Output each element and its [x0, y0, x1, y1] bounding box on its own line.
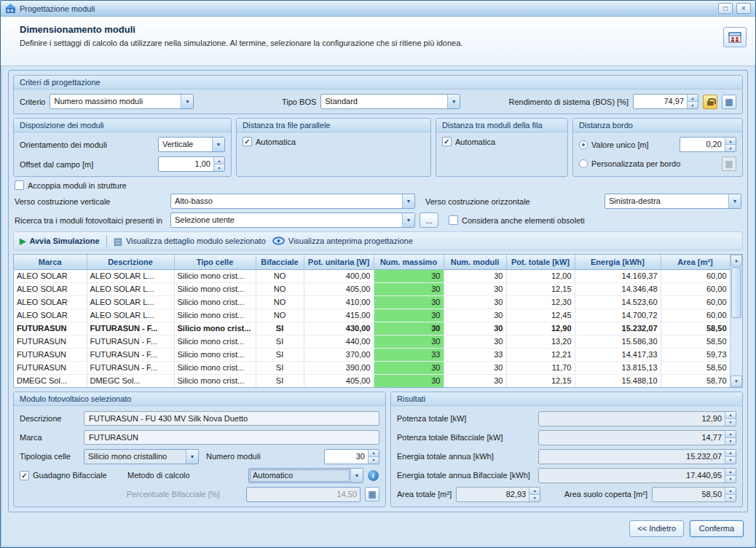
- verso-orizzontale-select[interactable]: Sinistra-destra ▼: [605, 194, 741, 209]
- table-cell[interactable]: 440,00: [304, 335, 374, 348]
- table-row[interactable]: DMEGC Sol...DMEGC Sol...Silicio mono cri…: [14, 374, 730, 387]
- spin-down-icon[interactable]: ▼: [725, 144, 736, 151]
- distanza-moduli-automatica-checkbox[interactable]: ✓ Automatica: [442, 137, 562, 146]
- table-cell[interactable]: FUTURASUN - F...: [87, 322, 174, 335]
- tipologia-celle-select[interactable]: Silicio mono cristallino ▼: [84, 449, 199, 464]
- table-cell[interactable]: SI: [256, 374, 304, 387]
- table-cell[interactable]: 60,00: [661, 269, 730, 282]
- table-cell[interactable]: FUTURASUN: [14, 335, 87, 348]
- table-cell[interactable]: 30: [444, 335, 506, 348]
- personalizzata-radio[interactable]: Personalizzata per bordo: [579, 159, 680, 168]
- compare-configurations-button[interactable]: [723, 27, 747, 47]
- table-cell[interactable]: 30: [374, 374, 444, 387]
- table-cell[interactable]: FUTURASUN: [14, 361, 87, 374]
- table-cell[interactable]: ALEO SOLAR L...: [87, 269, 174, 282]
- table-cell[interactable]: 30: [444, 269, 506, 282]
- obsoleti-checkbox[interactable]: Considera anche elementi obsoleti: [449, 215, 585, 225]
- table-cell[interactable]: FUTURASUN: [14, 322, 87, 335]
- spin-down-icon[interactable]: ▼: [529, 494, 540, 501]
- table-cell[interactable]: SI: [256, 322, 304, 335]
- table-cell[interactable]: 12,90: [506, 322, 575, 335]
- chevron-down-icon[interactable]: ▼: [447, 95, 460, 108]
- column-header[interactable]: Pot. totale [kW]: [506, 255, 575, 269]
- table-cell[interactable]: NO: [256, 282, 304, 295]
- table-cell[interactable]: 15.586,30: [575, 335, 661, 348]
- spin-down-icon[interactable]: ▼: [725, 418, 736, 426]
- chevron-down-icon[interactable]: ▼: [350, 469, 363, 483]
- table-cell[interactable]: ALEO SOLAR: [14, 269, 87, 282]
- spin-up-icon[interactable]: ▲: [725, 138, 736, 144]
- table-row[interactable]: ALEO SOLARALEO SOLAR L...Silicio mono cr…: [14, 269, 730, 282]
- title-bar[interactable]: Progettazione moduli □ ×: [1, 1, 755, 17]
- table-row[interactable]: FUTURASUNFUTURASUN - F...Silicio mono cr…: [14, 335, 730, 348]
- column-header[interactable]: Bifacciale: [256, 255, 304, 269]
- spin-up-icon[interactable]: ▲: [369, 450, 379, 456]
- column-header[interactable]: Num. massimo: [374, 255, 444, 269]
- table-cell[interactable]: 59,73: [661, 348, 730, 361]
- table-cell[interactable]: NO: [256, 269, 304, 282]
- browse-button[interactable]: ...: [420, 213, 438, 228]
- table-cell[interactable]: ALEO SOLAR L...: [87, 282, 174, 295]
- valore-unico-input[interactable]: 0,20 ▲▼: [680, 137, 736, 152]
- table-cell[interactable]: NO: [256, 309, 304, 322]
- spin-up-icon[interactable]: ▲: [725, 450, 736, 456]
- table-cell[interactable]: NO: [256, 295, 304, 309]
- criterio-select[interactable]: Numero massimo moduli ▼: [50, 94, 194, 109]
- lock-button[interactable]: [703, 95, 717, 109]
- scrollbar-thumb[interactable]: [731, 267, 741, 318]
- table-cell[interactable]: 30: [444, 295, 506, 309]
- spinner[interactable]: ▲▼: [725, 488, 736, 501]
- spin-up-icon[interactable]: ▲: [725, 488, 736, 494]
- table-cell[interactable]: 33: [374, 348, 444, 361]
- table-row[interactable]: ALEO SOLARALEO SOLAR L...Silicio mono cr…: [14, 295, 730, 309]
- chevron-down-icon[interactable]: ▼: [212, 138, 224, 151]
- restore-button[interactable]: □: [718, 3, 733, 14]
- table-cell[interactable]: 30: [374, 282, 444, 295]
- table-row[interactable]: FUTURASUNFUTURASUN - F...Silicio mono cr…: [14, 348, 730, 361]
- table-cell[interactable]: 30: [374, 361, 444, 374]
- scroll-down-icon[interactable]: ▼: [731, 376, 742, 387]
- table-cell[interactable]: 58,70: [661, 374, 730, 387]
- table-cell[interactable]: 400,00: [304, 269, 374, 282]
- table-cell[interactable]: 58,50: [661, 361, 730, 374]
- table-cell[interactable]: 60,00: [661, 295, 730, 309]
- table-cell[interactable]: 14.346,48: [575, 282, 661, 295]
- table-cell[interactable]: 15.232,07: [575, 322, 661, 335]
- table-cell[interactable]: SI: [256, 348, 304, 361]
- chevron-down-icon[interactable]: ▼: [186, 450, 198, 464]
- table-cell[interactable]: 11,70: [506, 361, 575, 374]
- table-cell[interactable]: 30: [374, 322, 444, 335]
- table-cell[interactable]: 60,00: [661, 282, 730, 295]
- column-header[interactable]: Area [m²]: [661, 255, 730, 269]
- spinner[interactable]: ▲▼: [529, 488, 540, 501]
- spin-up-icon[interactable]: ▲: [688, 95, 698, 101]
- offset-input[interactable]: 1,00 ▲▼: [158, 156, 225, 172]
- table-cell[interactable]: 30: [374, 309, 444, 322]
- table-cell[interactable]: 14.523,60: [575, 295, 661, 309]
- spin-down-icon[interactable]: ▼: [725, 475, 736, 483]
- table-cell[interactable]: 14.169,37: [575, 269, 661, 282]
- table-cell[interactable]: ALEO SOLAR: [14, 309, 87, 322]
- table-cell[interactable]: DMEGC Sol...: [87, 374, 174, 387]
- spin-down-icon[interactable]: ▼: [688, 101, 698, 108]
- back-button[interactable]: << Indietro: [629, 520, 684, 537]
- table-cell[interactable]: Silicio mono crist...: [174, 361, 256, 374]
- spin-down-icon[interactable]: ▼: [725, 494, 736, 501]
- table-row[interactable]: ALEO SOLARALEO SOLAR L...Silicio mono cr…: [14, 282, 730, 295]
- column-header[interactable]: Tipo celle: [174, 255, 256, 269]
- table-cell[interactable]: Silicio mono crist...: [174, 309, 256, 322]
- table-cell[interactable]: 30: [374, 269, 444, 282]
- table-cell[interactable]: 30: [444, 361, 506, 374]
- table-cell[interactable]: 370,00: [304, 348, 374, 361]
- spin-up-icon[interactable]: ▲: [725, 469, 736, 475]
- metodo-calcolo-select[interactable]: Automatico ▼: [248, 468, 363, 483]
- table-cell[interactable]: 12,45: [506, 309, 575, 322]
- chevron-down-icon[interactable]: ▼: [402, 194, 414, 208]
- valore-unico-radio[interactable]: Valore unico [m]: [579, 140, 649, 149]
- table-cell[interactable]: ALEO SOLAR L...: [87, 295, 174, 309]
- table-cell[interactable]: 12,15: [506, 374, 575, 387]
- scroll-up-icon[interactable]: ▲: [731, 255, 742, 266]
- table-cell[interactable]: Silicio mono crist...: [174, 295, 256, 309]
- table-cell[interactable]: 58,50: [661, 322, 730, 335]
- table-cell[interactable]: 12,21: [506, 348, 575, 361]
